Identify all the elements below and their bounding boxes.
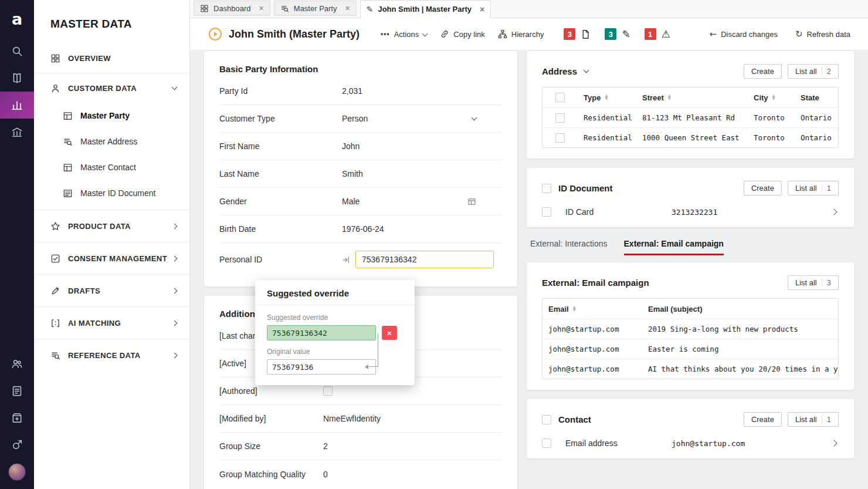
- personal-id-input[interactable]: [355, 251, 494, 268]
- table-row[interactable]: john@startup.com AI that thinks about yo…: [542, 359, 838, 379]
- master-party-tab-icon: [280, 4, 289, 13]
- hierarchy-button[interactable]: Hierarchy: [498, 29, 544, 39]
- table-header-row: Email▲▼ Email (subject): [542, 299, 838, 319]
- table-row[interactable]: Residential 81-123 Mt Pleasant Rd Toront…: [542, 107, 838, 127]
- override-connector: [365, 325, 371, 326]
- column-header[interactable]: Street: [642, 93, 664, 102]
- sidebar-item-master-party[interactable]: Master Party: [34, 103, 189, 129]
- tab-external-email-campaign[interactable]: External: Email campaign: [624, 239, 724, 255]
- tab-external-interactions[interactable]: External: Interactions: [530, 239, 608, 255]
- external-tabs: External: Interactions External: Email c…: [527, 239, 854, 255]
- sort-icon[interactable]: ▲▼: [605, 95, 608, 100]
- table-row[interactable]: Residential 1000 Queen Street East Toron…: [542, 127, 838, 147]
- packages-icon[interactable]: [0, 404, 34, 431]
- users-icon[interactable]: [0, 350, 34, 377]
- documents-count-badge[interactable]: 3: [564, 28, 575, 40]
- tab-master-party[interactable]: Master Party ×: [274, 1, 357, 16]
- chevron-right-icon: [172, 320, 178, 326]
- tab-dashboard[interactable]: Dashboard ×: [194, 1, 270, 16]
- origin-table-icon[interactable]: [467, 197, 476, 206]
- suggested-override-input[interactable]: [267, 325, 376, 340]
- mdm-module-icon[interactable]: [0, 92, 34, 119]
- chevron-right-icon[interactable]: [830, 208, 837, 215]
- field-label: Group Size: [219, 441, 323, 451]
- refresh-data-button[interactable]: ↻ Refresh data: [795, 30, 850, 39]
- warnings-count-badge[interactable]: 1: [645, 28, 656, 40]
- table-row[interactable]: john@startup.com 2019 Sing-a-long with n…: [542, 319, 838, 339]
- sort-icon[interactable]: ▲▼: [573, 306, 576, 312]
- chevron-right-icon[interactable]: [830, 440, 837, 446]
- grid-icon: [50, 53, 60, 63]
- close-icon[interactable]: ×: [480, 5, 484, 14]
- pencil-icon: [50, 285, 60, 296]
- sidebar-item-master-address[interactable]: Master Address: [34, 129, 189, 154]
- authored-checkbox[interactable]: [323, 386, 333, 396]
- sidebar-item-ai-matching[interactable]: AI MATCHING: [34, 307, 189, 339]
- field-value: Male: [342, 197, 467, 206]
- card-checkbox[interactable]: [542, 184, 551, 193]
- column-header[interactable]: Email: [548, 305, 569, 313]
- rdm-module-icon[interactable]: [0, 119, 34, 146]
- list-all-button[interactable]: List all 1: [788, 181, 839, 195]
- search-icon[interactable]: [0, 38, 34, 65]
- column-header[interactable]: City: [754, 93, 768, 102]
- field-row-birth-date: Birth Date 1976-06-24: [219, 215, 502, 243]
- list-all-button[interactable]: List all 1: [788, 412, 839, 427]
- sidebar-item-consent-management[interactable]: CONSENT MANAGEMENT: [34, 242, 189, 274]
- chevron-down-icon[interactable]: [472, 114, 477, 120]
- row-checkbox[interactable]: [555, 133, 565, 143]
- discard-changes-button[interactable]: ← Discard changes: [710, 30, 778, 39]
- tab-record[interactable]: ✎ John Smith | Master Party ×: [360, 0, 491, 18]
- create-button[interactable]: Create: [744, 64, 782, 79]
- sidebar-label: OVERVIEW: [68, 54, 111, 63]
- copy-link-button[interactable]: Copy link: [440, 29, 484, 39]
- chevron-down-icon[interactable]: [584, 68, 589, 73]
- create-button[interactable]: Create: [744, 181, 782, 195]
- card-checkbox[interactable]: [542, 415, 551, 424]
- override-indicator-icon[interactable]: [342, 255, 351, 264]
- close-icon[interactable]: ×: [345, 4, 350, 12]
- row-checkbox[interactable]: [542, 439, 551, 448]
- sidebar-item-overview[interactable]: OVERVIEW: [34, 43, 189, 73]
- sort-icon[interactable]: ▲▼: [668, 95, 671, 100]
- contact-row[interactable]: Email address john@startup.com: [542, 439, 839, 448]
- field-label: Birth Date: [219, 224, 342, 234]
- sidebar-item-product-data[interactable]: PRODUCT DATA: [34, 210, 189, 242]
- original-value-input[interactable]: [267, 359, 376, 375]
- close-icon[interactable]: ×: [259, 4, 264, 12]
- create-button[interactable]: Create: [744, 412, 782, 427]
- sidebar-item-master-contact[interactable]: Master Contact: [34, 154, 189, 180]
- cell-street: 81-123 Mt Pleasant Rd: [636, 113, 748, 122]
- chevron-right-icon: [172, 223, 178, 229]
- column-header[interactable]: Type: [584, 93, 601, 102]
- list-all-button[interactable]: List all 3: [788, 275, 839, 290]
- user-avatar[interactable]: [8, 463, 26, 481]
- sidebar-item-reference-data[interactable]: REFERENCE DATA: [34, 339, 189, 371]
- id-document-row[interactable]: ID Card 3213232231: [542, 207, 839, 217]
- sidebar-item-master-id-document[interactable]: Master ID Document: [34, 180, 189, 206]
- knowledge-catalog-icon[interactable]: [0, 65, 34, 92]
- brand-logo[interactable]: a: [0, 0, 34, 38]
- actions-button[interactable]: ••• Actions: [381, 30, 427, 39]
- select-all-checkbox[interactable]: [555, 93, 565, 102]
- row-checkbox[interactable]: [542, 207, 551, 217]
- column-header[interactable]: State: [801, 93, 819, 102]
- sort-icon[interactable]: ▲▼: [772, 95, 775, 100]
- tab-label: John Smith | Master Party: [378, 5, 472, 14]
- edits-count-badge[interactable]: 3: [605, 28, 616, 40]
- table-row[interactable]: john@startup.com Easter is coming: [542, 339, 838, 359]
- override-connector: [378, 333, 378, 367]
- right-column: Address Create List all 2 Type▲▼ St: [527, 51, 854, 489]
- integrations-icon[interactable]: [0, 431, 34, 458]
- reject-override-button[interactable]: ×: [382, 326, 397, 340]
- sidebar-item-drafts[interactable]: DRAFTS: [34, 275, 189, 306]
- sidebar-label: REFERENCE DATA: [68, 351, 141, 360]
- cell-state: Ontario: [795, 133, 838, 142]
- card-title: External: Email campaign: [542, 278, 649, 288]
- field-value[interactable]: Person: [342, 114, 472, 123]
- sidebar-item-customer-data[interactable]: CUSTOMER DATA: [34, 73, 189, 103]
- column-header[interactable]: Email (subject): [648, 305, 702, 313]
- list-all-button[interactable]: List all 2: [788, 64, 839, 79]
- tasks-icon[interactable]: [0, 377, 34, 404]
- row-checkbox[interactable]: [555, 113, 565, 123]
